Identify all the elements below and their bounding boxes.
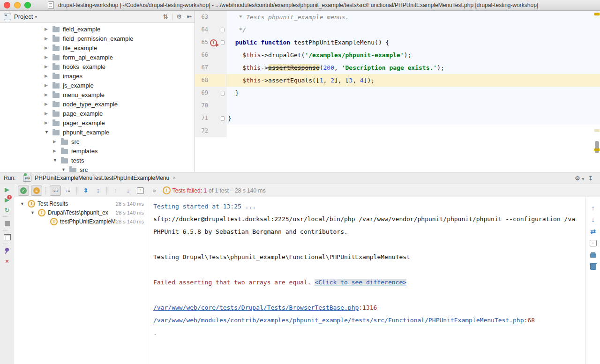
editor-line[interactable]: 64 */ — [195, 23, 600, 36]
tree-item-node_type_example[interactable]: ▶node_type_example — [0, 99, 195, 109]
tree-item-js_example[interactable]: ▶js_example — [0, 81, 195, 90]
collapse-all-icon[interactable]: ⇅ — [160, 13, 171, 20]
rerun-failed-tests-button[interactable]: ▶! — [0, 194, 14, 205]
editor-line[interactable]: 66 $this->drupalGet('/examples/phpunit-e… — [195, 49, 600, 61]
scroll-to-end-button[interactable]: ↓ — [590, 237, 597, 249]
code-editor[interactable]: 63 * Tests phpunit_example menus.64 */65… — [195, 11, 600, 172]
expanded-arrow-icon[interactable]: ▼ — [20, 201, 28, 206]
import-test-results-button[interactable]: ↑ — [135, 186, 145, 195]
rerun-button[interactable]: ▶ — [0, 184, 14, 194]
collapsed-arrow-icon[interactable]: ▶ — [45, 64, 52, 69]
error-stripe-mark[interactable] — [594, 13, 600, 15]
test-tree-item[interactable]: ▼!Drupal\Tests\phpunit_ex28 s 140 ms — [15, 208, 147, 217]
gear-icon[interactable]: ⚙▾ — [574, 175, 585, 182]
collapsed-arrow-icon[interactable]: ▶ — [45, 55, 52, 59]
clear-all-button[interactable] — [590, 260, 596, 272]
tree-item-menu_example[interactable]: ▶menu_example — [0, 90, 195, 99]
editor-line[interactable]: 68 $this->assertEquals([1, 2], [3, 4]); — [195, 74, 600, 87]
previous-failed-test-button[interactable]: ↑ — [111, 186, 121, 195]
collapsed-arrow-icon[interactable]: ▶ — [45, 27, 52, 31]
expanded-arrow-icon[interactable]: ▼ — [45, 130, 52, 134]
editor-line[interactable]: 70 — [195, 99, 600, 112]
tree-item-hooks_example[interactable]: ▶hooks_example — [0, 62, 195, 71]
collapsed-arrow-icon[interactable]: ▶ — [45, 92, 52, 97]
close-window-button[interactable] — [4, 2, 10, 8]
show-ignored-toggle[interactable]: ≡ — [31, 186, 42, 196]
check-circle-icon: ✓ — [20, 187, 27, 194]
close-panel-button[interactable]: × — [0, 256, 14, 266]
stacktrace-link[interactable]: <Click to see difference> — [315, 279, 406, 286]
test-failed-gutter-icon[interactable]: ! — [210, 39, 217, 46]
tree-item-tests[interactable]: ▼tests — [0, 156, 195, 165]
up-stack-trace-button[interactable]: ↑ — [592, 202, 595, 214]
error-stripe-mark[interactable] — [594, 129, 600, 132]
project-panel-title[interactable]: Project — [14, 13, 33, 20]
editor-line[interactable]: 67 $this->assertResponse(200, 'Descripti… — [195, 61, 600, 74]
editor-line[interactable]: 71} — [195, 112, 600, 125]
toggle-auto-test-button[interactable]: ↻ — [0, 205, 14, 215]
print-button[interactable] — [590, 249, 596, 260]
editor-line[interactable]: 63 * Tests phpunit_example menus. — [195, 11, 600, 23]
collapse-all-button[interactable]: ↨ — [93, 186, 103, 195]
collapsed-arrow-icon[interactable]: ▶ — [45, 120, 52, 125]
minimize-window-button[interactable] — [14, 2, 21, 8]
pin-tab-button[interactable] — [0, 245, 14, 256]
test-tree-item[interactable]: ▼!Test Results28 s 140 ms — [15, 199, 147, 208]
fold-handle-icon[interactable] — [221, 91, 225, 96]
sort-by-duration-button[interactable]: ↓≡ — [63, 186, 73, 195]
collapsed-arrow-icon[interactable]: ▶ — [45, 74, 52, 78]
expanded-arrow-icon[interactable]: ▼ — [30, 210, 38, 215]
expanded-arrow-icon[interactable]: ▼ — [61, 167, 69, 172]
next-failed-test-button[interactable]: ↓ — [123, 186, 133, 195]
editor-line[interactable]: 72 — [195, 125, 600, 137]
tree-item-src[interactable]: ▼src — [0, 165, 195, 172]
sort-alphabetically-toggle[interactable]: ↓az — [50, 186, 61, 196]
tree-item-label: field_example — [63, 26, 100, 33]
stop-button[interactable] — [0, 218, 14, 229]
expanded-arrow-icon[interactable]: ▼ — [53, 158, 61, 163]
fold-column — [219, 125, 226, 137]
zoom-window-button[interactable] — [24, 2, 31, 8]
tree-item-form_api_example[interactable]: ▶form_api_example — [0, 52, 195, 62]
show-passed-toggle[interactable]: ✓ — [18, 186, 29, 196]
error-stripe-mark[interactable] — [594, 149, 600, 151]
toolbar-overflow-chevron[interactable]: » — [153, 187, 156, 194]
collapsed-arrow-icon[interactable]: ▶ — [45, 36, 52, 41]
hide-panel-icon[interactable]: ↧ — [585, 175, 596, 182]
tree-item-field_permission_example[interactable]: ▶field_permission_example — [0, 34, 195, 43]
down-stack-trace-button[interactable]: ↓ — [592, 214, 595, 225]
collapsed-arrow-icon[interactable]: ▶ — [45, 102, 52, 106]
test-tree-item[interactable]: !testPhpUnitExampleM28 s 140 ms — [15, 217, 147, 226]
editor-line[interactable]: 69 } — [195, 87, 600, 99]
collapsed-arrow-icon[interactable]: ▶ — [53, 149, 61, 153]
editor-scrollbar-thumb[interactable] — [595, 141, 599, 153]
collapsed-arrow-icon[interactable]: ▶ — [45, 83, 52, 88]
gear-icon[interactable]: ⚙ — [174, 13, 184, 20]
tree-item-page_example[interactable]: ▶page_example — [0, 109, 195, 118]
soft-wrap-toggle[interactable]: ⇄ — [590, 225, 596, 237]
window-title: drupal-testing-workshop [~/Code/os/drupa… — [58, 2, 538, 8]
fold-handle-icon[interactable] — [221, 28, 225, 32]
tree-item-src[interactable]: ▶src — [0, 137, 195, 146]
collapsed-arrow-icon[interactable]: ▶ — [45, 111, 52, 116]
chevron-down-icon[interactable]: ▾ — [35, 15, 37, 19]
tree-item-images[interactable]: ▶images — [0, 71, 195, 81]
tree-item-templates[interactable]: ▶templates — [0, 146, 195, 156]
stacktrace-link[interactable]: /var/www/web/core/tests/Drupal/Tests/Bro… — [153, 304, 359, 311]
close-tab-icon[interactable]: × — [172, 175, 176, 181]
run-tab[interactable]: php PHPUnitExampleMenuTest.testPhpUnitEx… — [23, 175, 176, 182]
restore-layout-button[interactable] — [0, 232, 14, 242]
collapsed-arrow-icon[interactable]: ▶ — [45, 45, 52, 50]
tree-item-pager_example[interactable]: ▶pager_example — [0, 118, 195, 127]
stacktrace-link[interactable]: /var/www/web/modules/contrib/examples/ph… — [153, 317, 524, 324]
editor-line[interactable]: 65! public function testPhpUnitExampleMe… — [195, 36, 600, 49]
tree-item-phpunit_example[interactable]: ▼phpunit_example — [0, 127, 195, 137]
fold-handle-icon[interactable] — [221, 116, 225, 121]
fold-handle-icon[interactable] — [221, 40, 225, 45]
tree-item-file_example[interactable]: ▶file_example — [0, 43, 195, 52]
collapsed-arrow-icon[interactable]: ▶ — [53, 139, 61, 144]
stop-icon — [5, 221, 10, 226]
tree-item-field_example[interactable]: ▶field_example — [0, 24, 195, 34]
hide-panel-icon[interactable]: ⇤ — [184, 13, 195, 20]
expand-all-button[interactable]: ⇕ — [81, 186, 91, 195]
